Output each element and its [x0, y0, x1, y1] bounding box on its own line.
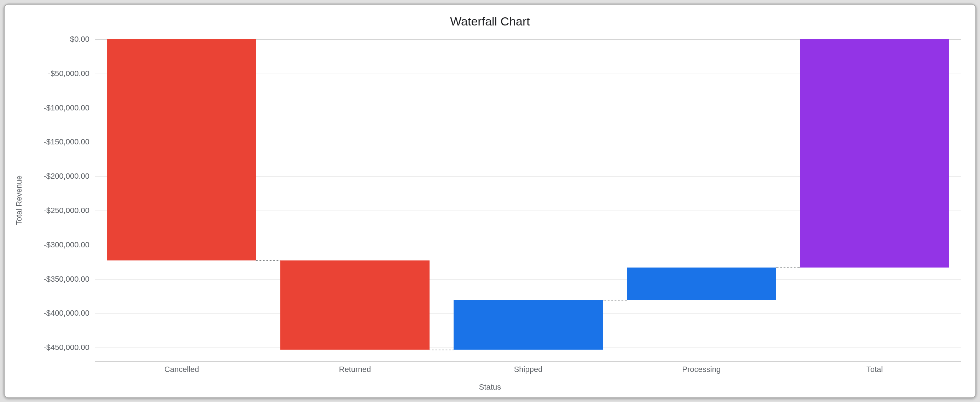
chart-card: Waterfall Chart Total Revenue Status $0.… — [3, 3, 977, 399]
y-tick-label: -$50,000.00 — [48, 69, 89, 78]
bar-shipped[interactable] — [453, 300, 603, 349]
x-tick-label: Returned — [339, 365, 371, 374]
y-tick-label: -$250,000.00 — [43, 206, 89, 215]
x-tick-label: Cancelled — [164, 365, 199, 374]
y-tick-label: -$200,000.00 — [43, 172, 89, 181]
x-tick-label: Shipped — [514, 365, 542, 374]
y-tick-label: $0.00 — [70, 35, 89, 44]
connector — [603, 300, 627, 300]
x-tick-label: Processing — [682, 365, 721, 374]
y-tick-label: -$400,000.00 — [43, 309, 89, 318]
bar-total[interactable] — [800, 39, 949, 268]
x-axis-label: Status — [4, 383, 976, 392]
y-tick-label: -$150,000.00 — [43, 137, 89, 147]
bar-returned[interactable] — [280, 260, 429, 349]
y-tick-label: -$450,000.00 — [43, 343, 89, 352]
connector — [430, 349, 454, 350]
connector — [256, 260, 281, 261]
bar-cancelled[interactable] — [107, 39, 256, 260]
y-axis-label: Total Revenue — [14, 175, 24, 225]
x-tick-label: Total — [867, 365, 883, 374]
y-tick-label: -$100,000.00 — [43, 103, 89, 113]
bar-processing[interactable] — [627, 268, 776, 300]
y-tick-label: -$300,000.00 — [43, 240, 89, 249]
y-tick-label: -$350,000.00 — [43, 274, 89, 284]
connector — [776, 268, 800, 268]
chart-title: Waterfall Chart — [4, 14, 976, 28]
plot-area — [95, 39, 961, 361]
gridline — [95, 279, 961, 279]
